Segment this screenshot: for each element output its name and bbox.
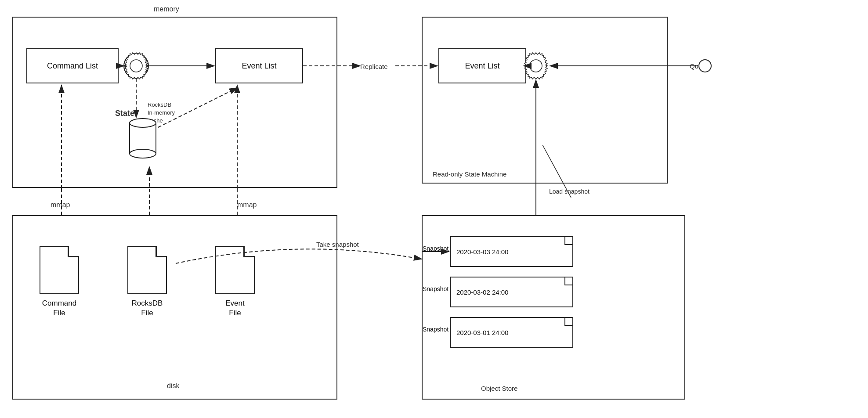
readonly-sm-region [422,17,668,184]
rocksdb-inmem-label: RocksDB In-memory cache [148,101,175,125]
command-list-box: Command List [26,48,119,83]
rocksdb-file-shape [127,246,167,294]
rocksdb-file-icon: RocksDB File [127,246,167,318]
snapshot-2: 2020-03-02 24:00 [450,277,573,307]
snapshot-3-label: Snapshot [423,326,448,333]
mmap-right-label: mmap [237,201,257,209]
event-list-readonly-box: Event List [438,48,526,83]
command-file-icon: Command File [40,246,79,318]
query-circle [698,59,712,72]
object-store-label: Object Store [481,385,517,392]
event-list-main-box: Event List [215,48,303,83]
snapshot-2-date: 2020-03-02 24:00 [456,288,508,296]
state-label: State [115,109,134,118]
snapshot-3: 2020-03-01 24:00 [450,317,573,348]
snapshot-3-date: 2020-03-01 24:00 [456,329,508,336]
diagram-container: memory disk Read-only State Machine Obje… [0,0,868,418]
rocksdb-file-label: RocksDB File [132,299,163,318]
snapshot-1-label: Snapshot [423,245,448,252]
event-file-shape [215,246,255,294]
memory-label: memory [154,5,179,13]
event-file-label: Event File [225,299,244,318]
command-file-label: Command File [42,299,76,318]
load-snapshot-label: Load snapshot [549,188,590,195]
take-snapshot-label: Take snapshot [316,241,359,248]
mmap-left-label: mmap [51,201,70,209]
event-file-icon: Event File [215,246,255,318]
snapshot-1: 2020-03-03 24:00 [450,236,573,267]
snapshot-1-date: 2020-03-03 24:00 [456,248,508,256]
replicate-label: Replicate [360,63,388,70]
readonly-sm-label: Read-only State Machine [433,170,506,178]
snapshot-2-label: Snapshot [423,285,448,292]
disk-label: disk [167,382,179,390]
command-file-shape [40,246,79,294]
